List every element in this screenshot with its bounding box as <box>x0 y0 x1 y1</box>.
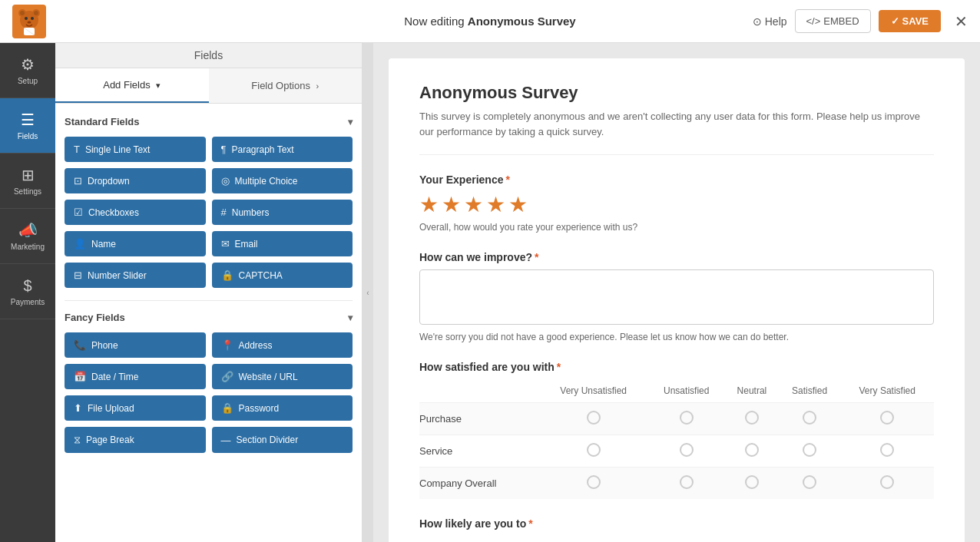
address-icon: 📍 <box>221 339 233 351</box>
radio-1-3[interactable] <box>779 435 841 468</box>
field-btn-section-divider[interactable]: — Section Divider <box>212 427 353 453</box>
svg-point-5 <box>34 11 38 15</box>
radio-0-2[interactable] <box>725 403 779 435</box>
section-divider <box>65 300 353 301</box>
radio-2-2[interactable] <box>725 468 779 500</box>
question-improve-label: How can we improve?* <box>419 251 934 263</box>
satisfaction-table: Very Unsatisfied Unsatisfied Neutral Sat… <box>419 379 934 499</box>
likelihood-col-5: Very Likely <box>863 536 934 542</box>
editing-title: Now editing Anonymous Survey <box>404 15 575 28</box>
panel-tabs: Add Fields ▾ Field Options › <box>55 68 362 104</box>
satisfaction-col-4: Satisfied <box>779 379 841 403</box>
radio-0-1[interactable] <box>647 403 725 435</box>
field-btn-file-upload[interactable]: ⬆ File Upload <box>65 395 206 421</box>
sidebar-item-payments-label: Payments <box>11 298 45 306</box>
tab-add-fields[interactable]: Add Fields ▾ <box>55 68 209 103</box>
fields-bar-label: Fields <box>55 43 362 68</box>
field-btn-password[interactable]: 🔒 Password <box>212 395 353 421</box>
password-icon: 🔒 <box>221 402 233 414</box>
field-btn-captcha[interactable]: 🔒 CAPTCHA <box>212 263 353 288</box>
field-btn-website-url[interactable]: 🔗 Website / URL <box>212 364 353 389</box>
improve-textarea[interactable] <box>419 269 934 325</box>
likelihood-header-row: Very Unlikely Unlikely Neutral Likely Ve… <box>419 536 934 542</box>
left-panel: Fields Add Fields ▾ Field Options › Stan… <box>55 43 363 542</box>
help-button[interactable]: ⊙ Help <box>753 15 787 28</box>
top-bar: Now editing Anonymous Survey ⊙ Help </> … <box>0 0 980 43</box>
sidebar-item-fields[interactable]: ☰ Fields <box>0 98 55 154</box>
radio-1-1[interactable] <box>647 435 725 468</box>
sidebar-item-settings[interactable]: ⊞ Settings <box>0 154 55 209</box>
field-btn-multiple-choice[interactable]: ◎ Multiple Choice <box>212 168 353 193</box>
radio-1-4[interactable] <box>840 435 934 468</box>
satisfaction-row-2-label: Company Overall <box>419 468 539 500</box>
settings-icon: ⊞ <box>22 166 35 184</box>
star-helper-text: Overall, how would you rate your experie… <box>419 222 934 233</box>
satisfaction-col-0 <box>419 379 539 403</box>
required-marker-3: * <box>557 361 561 373</box>
star-2[interactable]: ★ <box>442 192 461 217</box>
star-rating[interactable]: ★ ★ ★ ★ ★ <box>419 192 934 217</box>
panel-content: Standard Fields ▾ T Single Line Text ¶ P… <box>55 104 362 542</box>
sidebar-item-setup-label: Setup <box>18 77 38 85</box>
logo <box>12 5 46 38</box>
save-button[interactable]: ✓ SAVE <box>879 10 941 32</box>
radio-1-0[interactable] <box>539 435 647 468</box>
setup-icon: ⚙ <box>21 55 35 74</box>
radio-2-4[interactable] <box>840 468 934 500</box>
multiple-choice-icon: ◎ <box>221 175 230 187</box>
panel-collapse-handle[interactable]: ‹ <box>363 43 373 542</box>
radio-2-0[interactable] <box>539 468 647 500</box>
sidebar-item-setup[interactable]: ⚙ Setup <box>0 43 55 98</box>
satisfaction-row-1-label: Service <box>419 435 539 468</box>
likelihood-col-2: Unlikely <box>718 536 772 542</box>
field-btn-name[interactable]: 👤 Name <box>65 231 206 256</box>
field-btn-email[interactable]: ✉ Email <box>212 231 353 256</box>
captcha-icon: 🔒 <box>221 269 233 281</box>
radio-2-3[interactable] <box>779 468 841 500</box>
marketing-icon: 📣 <box>18 221 38 240</box>
field-btn-date-time[interactable]: 📅 Date / Time <box>65 364 206 389</box>
paragraph-icon: ¶ <box>221 144 227 155</box>
sidebar-item-marketing-label: Marketing <box>11 243 45 251</box>
star-4[interactable]: ★ <box>486 192 505 217</box>
field-btn-number-slider[interactable]: ⊟ Number Slider <box>65 263 206 288</box>
code-icon: </> <box>806 15 821 27</box>
logo-icon <box>12 5 46 38</box>
field-btn-checkboxes[interactable]: ☑ Checkboxes <box>65 200 206 225</box>
field-btn-address[interactable]: 📍 Address <box>212 332 353 358</box>
field-btn-dropdown[interactable]: ⊡ Dropdown <box>65 168 206 193</box>
radio-2-1[interactable] <box>647 468 725 500</box>
star-1[interactable]: ★ <box>419 192 439 217</box>
svg-point-4 <box>20 11 25 15</box>
field-btn-numbers[interactable]: # Numbers <box>212 200 353 225</box>
sidebar-item-marketing[interactable]: 📣 Marketing <box>0 209 55 264</box>
top-bar-actions: ⊙ Help </> EMBED ✓ SAVE ✕ <box>753 9 968 33</box>
field-btn-phone[interactable]: 📞 Phone <box>65 332 206 358</box>
satisfaction-col-1: Very Unsatisfied <box>539 379 647 403</box>
star-5[interactable]: ★ <box>508 192 528 217</box>
survey-description: This survey is completely anonymous and … <box>419 109 934 155</box>
satisfaction-col-5: Very Satisfied <box>840 379 934 403</box>
likelihood-table: Very Unlikely Unlikely Neutral Likely Ve… <box>419 536 934 542</box>
checkboxes-icon: ☑ <box>74 207 83 218</box>
sidebar-item-payments[interactable]: $ Payments <box>0 264 55 319</box>
collapse-icon: ‹ <box>366 289 369 297</box>
field-btn-paragraph-text[interactable]: ¶ Paragraph Text <box>212 137 353 162</box>
email-icon: ✉ <box>221 238 230 250</box>
radio-0-3[interactable] <box>779 403 841 435</box>
field-btn-single-line-text[interactable]: T Single Line Text <box>65 137 206 162</box>
star-3[interactable]: ★ <box>464 192 483 217</box>
question-satisfaction: How satisfied are you with* Very Unsatis… <box>419 361 934 499</box>
close-button[interactable]: ✕ <box>955 12 968 31</box>
radio-1-2[interactable] <box>725 435 779 468</box>
left-nav: ⚙ Setup ☰ Fields ⊞ Settings 📣 Marketing … <box>0 43 55 542</box>
embed-button[interactable]: </> EMBED <box>795 9 871 33</box>
radio-0-4[interactable] <box>840 403 934 435</box>
date-time-icon: 📅 <box>74 371 86 382</box>
tab-field-options[interactable]: Field Options › <box>209 68 363 103</box>
required-marker: * <box>505 174 509 186</box>
field-btn-page-break[interactable]: ⧖ Page Break <box>65 427 206 453</box>
radio-0-0[interactable] <box>539 403 647 435</box>
question-satisfaction-label: How satisfied are you with* <box>419 361 934 373</box>
svg-point-7 <box>31 17 34 20</box>
